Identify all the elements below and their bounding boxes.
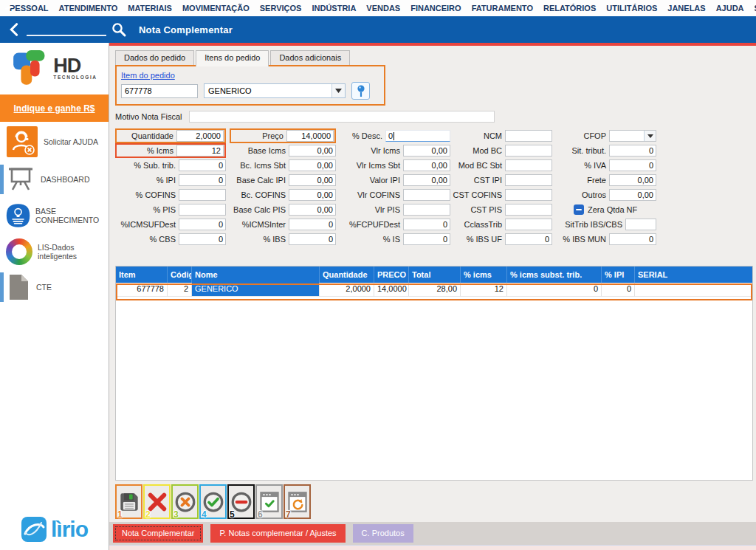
- field-icmsinter[interactable]: 0: [289, 219, 336, 230]
- field-ibs[interactable]: 0: [289, 233, 336, 245]
- cell-icms-subst-trib[interactable]: 0: [507, 283, 602, 297]
- menu-item-janelas[interactable]: JANELAS: [667, 4, 705, 13]
- menu-item-relat-rios[interactable]: RELATÓRIOS: [543, 4, 596, 13]
- cell-quantidade[interactable]: 2,0000: [320, 283, 374, 297]
- item-do-pedido-link[interactable]: Item do pedido: [121, 71, 175, 80]
- field-sub-trib[interactable]: 0: [179, 159, 226, 171]
- field-vlr-cofins[interactable]: [403, 189, 450, 201]
- field-ipi[interactable]: 0: [179, 174, 226, 186]
- field-iva[interactable]: 0: [609, 159, 656, 171]
- column-header-serial[interactable]: SERIAL: [635, 267, 752, 283]
- cell-item[interactable]: 677778: [116, 283, 168, 297]
- field-base-icms[interactable]: 0,00: [289, 145, 336, 157]
- field-vlr-icms-sbt[interactable]: 0,00: [403, 159, 450, 171]
- field-cst-pis[interactable]: [505, 204, 552, 216]
- field-pis[interactable]: [179, 204, 226, 216]
- field-cofins[interactable]: [179, 189, 226, 201]
- field-base-calc-ipi[interactable]: 0,00: [289, 174, 336, 186]
- confirm-button[interactable]: 4: [199, 484, 227, 519]
- field-is[interactable]: 0: [403, 233, 450, 245]
- sidebar-item-cte[interactable]: CTE: [0, 269, 109, 305]
- field-ncm[interactable]: [505, 130, 552, 142]
- back-icon[interactable]: [7, 22, 21, 37]
- column-header-nome[interactable]: Nome: [192, 267, 320, 283]
- menu-item-ajuda[interactable]: AJUDA: [716, 4, 744, 13]
- column-header-total[interactable]: Total: [409, 267, 461, 283]
- cell-nome[interactable]: GENERICO: [192, 283, 320, 297]
- refresh-window-button[interactable]: 7: [284, 484, 311, 519]
- menu-item-atendimento[interactable]: ATENDIMENTO: [59, 4, 118, 13]
- checkbox-checked-icon[interactable]: [574, 204, 584, 215]
- menu-item-utilit-rios[interactable]: UTILITÁRIOS: [606, 4, 657, 13]
- menu-item-materiais[interactable]: MATERIAIS: [128, 4, 172, 13]
- apply-window-button[interactable]: 6: [255, 484, 283, 519]
- field-outros[interactable]: 0,00: [609, 189, 656, 201]
- column-header-icms-subst-trib[interactable]: % icms subst. trib.: [507, 267, 602, 283]
- table-row[interactable]: 6777782GENERICO2,000014,000028,001200: [116, 283, 752, 297]
- item-code-input[interactable]: [121, 84, 198, 98]
- field-pre-o[interactable]: 14,0000: [286, 130, 334, 142]
- field-frete[interactable]: 0,00: [609, 174, 656, 186]
- zera-qtda-nf-checkbox[interactable]: Zera Qtda NF: [556, 202, 656, 217]
- field-mod-bc-sbt[interactable]: [505, 159, 552, 171]
- sidebar-item-solicitar-ajuda[interactable]: Solicitar AJUDA: [0, 122, 109, 162]
- field-cclasstrib[interactable]: [505, 219, 552, 230]
- tab-dados-do-pedido[interactable]: Dados do pedido: [115, 50, 194, 65]
- field-mod-bc[interactable]: [505, 145, 552, 157]
- field-fcpufdest[interactable]: 0: [403, 219, 450, 230]
- cell-c-digo[interactable]: 2: [168, 283, 192, 297]
- field-quantidade[interactable]: 2,0000: [176, 130, 224, 142]
- menu-item-servi-os[interactable]: SERVIÇOS: [260, 4, 302, 13]
- field-sit-tribut[interactable]: 0: [609, 145, 656, 157]
- menu-item-pessoal[interactable]: PESSOAL: [10, 4, 49, 13]
- cell-total[interactable]: 28,00: [409, 283, 461, 297]
- bottom-tab-nota-complementar[interactable]: Nota Complementar: [113, 524, 203, 543]
- field-vlr-icms[interactable]: 0,00: [403, 145, 450, 157]
- referral-banner[interactable]: Indique e ganhe R$: [0, 94, 109, 122]
- field-bc-icms-sbt[interactable]: 0,00: [289, 159, 336, 171]
- field-cst-ipi[interactable]: [505, 174, 552, 186]
- chevron-down-icon[interactable]: [644, 131, 656, 141]
- field-cbs[interactable]: 0: [179, 233, 226, 245]
- cell-icms[interactable]: 12: [461, 283, 507, 297]
- field-ibs-uf[interactable]: 0: [505, 233, 552, 245]
- quick-search-input[interactable]: [27, 23, 106, 36]
- field-valor-ipi[interactable]: 0,00: [403, 174, 450, 186]
- remove-button[interactable]: 5: [227, 484, 255, 519]
- column-header-item[interactable]: Item: [116, 267, 168, 283]
- column-header-c-digo[interactable]: Código: [168, 267, 192, 283]
- delete-button[interactable]: 2: [143, 484, 171, 519]
- field-icmsufdest[interactable]: 0: [179, 219, 226, 230]
- bottom-tab-c-produtos[interactable]: C. Produtos: [353, 524, 413, 543]
- sidebar-item-base-conhecimento[interactable]: BASE CONHECIMENTO: [0, 197, 109, 234]
- sidebar-item-lis-dados[interactable]: LIS-Dados inteligentes: [0, 234, 109, 269]
- field-base-calc-pis[interactable]: 0,00: [289, 204, 336, 216]
- column-header-quantidade[interactable]: Quantidade: [320, 267, 374, 283]
- field-vlr-pis[interactable]: [403, 204, 450, 216]
- sidebar-item-dashboard[interactable]: DASHBOARD: [0, 162, 109, 197]
- cell-ipi[interactable]: 0: [602, 283, 635, 297]
- column-header-preco[interactable]: PRECO: [374, 267, 409, 283]
- menu-item-ind-stria[interactable]: INDÚSTRIA: [312, 4, 356, 13]
- menu-item-movimenta-o[interactable]: MOVIMENTAÇÃO: [182, 4, 250, 13]
- bottom-tab-p-notas-complementar[interactable]: P. Notas complementar / Ajustes: [210, 524, 345, 543]
- field-bc-cofins[interactable]: 0,00: [289, 189, 336, 201]
- menu-item-vendas[interactable]: VENDAS: [366, 4, 400, 13]
- menu-item-financeiro[interactable]: FINANCEIRO: [410, 4, 461, 13]
- field-desc[interactable]: 0: [385, 130, 450, 142]
- tab-dados-adicionais[interactable]: Dados adicionais: [270, 50, 350, 65]
- cell-preco[interactable]: 14,0000: [374, 283, 409, 297]
- field-cst-cofins[interactable]: [505, 189, 552, 201]
- cell-serial[interactable]: [635, 283, 752, 297]
- menu-item-faturamento[interactable]: FATURAMENTO: [472, 4, 533, 13]
- save-button[interactable]: 1: [115, 484, 142, 519]
- chevron-down-icon[interactable]: [331, 84, 345, 97]
- field-ibs-mun[interactable]: 0: [609, 233, 656, 245]
- tab-itens-do-pedido[interactable]: Itens do pedido: [196, 50, 269, 66]
- column-header-icms[interactable]: % icms: [461, 267, 507, 283]
- field-cfop[interactable]: [609, 130, 656, 142]
- column-header-ipi[interactable]: % IPI: [602, 267, 635, 283]
- cancel-button[interactable]: 3: [171, 484, 199, 519]
- field-icms[interactable]: 12: [176, 145, 224, 157]
- search-icon[interactable]: [111, 21, 127, 38]
